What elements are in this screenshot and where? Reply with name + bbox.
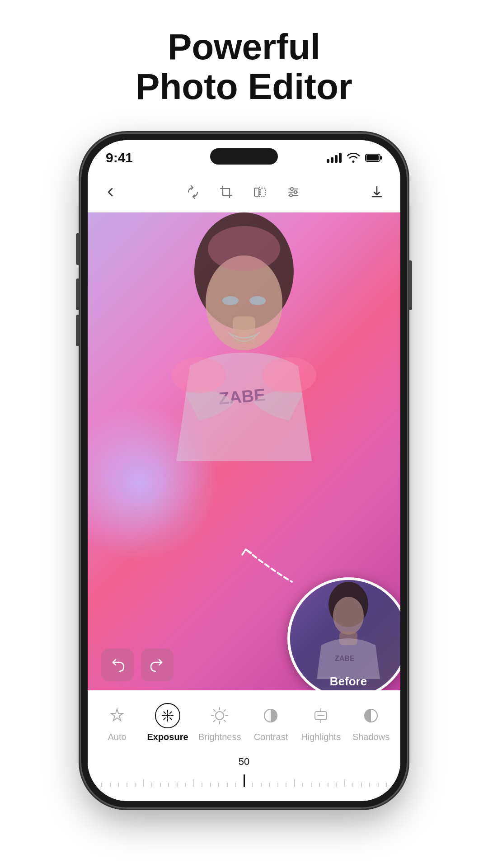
battery-icon xyxy=(365,153,382,162)
flip-button[interactable] xyxy=(253,185,267,199)
slider-value: 50 xyxy=(101,756,387,768)
redo-button[interactable] xyxy=(141,649,174,681)
tool-auto-label: Auto xyxy=(108,732,126,742)
svg-rect-4 xyxy=(261,188,265,196)
tool-exposure-label: Exposure xyxy=(147,732,188,742)
download-button[interactable] xyxy=(370,185,384,199)
svg-point-9 xyxy=(291,188,293,190)
slider-area: 50 xyxy=(88,751,400,797)
svg-text:ZABE: ZABE xyxy=(335,655,355,662)
tool-shadows[interactable]: Shadows xyxy=(346,698,396,747)
photo-area: ZABE xyxy=(88,212,400,690)
toolbar-right xyxy=(370,185,384,199)
slider-ticks xyxy=(101,774,387,787)
page-title: Powerful Photo Editor xyxy=(136,27,352,107)
svg-point-35 xyxy=(216,712,224,720)
tool-highlights[interactable]: Highlights xyxy=(296,698,346,747)
tool-shadows-label: Shadows xyxy=(352,732,389,742)
wifi-icon xyxy=(347,153,360,163)
svg-line-32 xyxy=(164,718,166,720)
tool-exposure[interactable]: Exposure xyxy=(142,698,193,747)
svg-line-41 xyxy=(224,720,226,722)
tool-auto[interactable]: Auto xyxy=(92,698,142,747)
tool-highlights-label: Highlights xyxy=(301,732,341,742)
tool-contrast-label: Contrast xyxy=(254,732,288,742)
dynamic-island xyxy=(210,148,278,165)
svg-point-10 xyxy=(294,191,297,193)
svg-point-19 xyxy=(172,357,226,393)
tool-brightness-label: Brightness xyxy=(198,732,241,742)
svg-line-42 xyxy=(224,710,226,712)
toolbar xyxy=(88,172,400,212)
before-label: Before xyxy=(330,675,367,689)
rotate-button[interactable] xyxy=(186,185,200,199)
filter-button[interactable] xyxy=(286,185,300,199)
edit-panel: Auto xyxy=(88,690,400,801)
status-time: 9:41 xyxy=(106,150,133,165)
svg-line-29 xyxy=(164,712,166,714)
svg-rect-2 xyxy=(366,155,379,160)
svg-line-43 xyxy=(214,720,216,722)
undo-button[interactable] xyxy=(101,649,134,681)
svg-point-22 xyxy=(333,597,364,635)
signal-icon xyxy=(327,153,342,163)
svg-point-15 xyxy=(222,296,239,305)
phone-mockup: 9:41 xyxy=(81,134,407,821)
back-button[interactable] xyxy=(104,186,117,198)
slider-track[interactable] xyxy=(101,771,387,789)
toolbar-center xyxy=(186,185,300,199)
svg-point-11 xyxy=(290,194,292,197)
toolbar-left xyxy=(104,186,117,198)
phone-screen: 9:41 xyxy=(88,140,400,801)
phone-frame: 9:41 xyxy=(81,134,407,807)
edit-tools-row: Auto xyxy=(88,690,400,751)
photo-background: ZABE xyxy=(88,212,400,690)
tool-contrast[interactable]: Contrast xyxy=(246,698,296,747)
undo-redo-group xyxy=(101,649,174,681)
svg-line-30 xyxy=(170,718,172,720)
crop-button[interactable] xyxy=(220,185,233,199)
svg-point-20 xyxy=(262,357,316,393)
svg-rect-1 xyxy=(380,156,382,160)
before-comparison[interactable]: ZABE Before xyxy=(287,577,400,690)
svg-line-31 xyxy=(170,712,172,714)
exposure-icon xyxy=(155,703,180,728)
svg-point-16 xyxy=(249,296,266,305)
tool-brightness[interactable]: Brightness xyxy=(193,698,246,747)
status-icons xyxy=(327,153,382,163)
svg-line-40 xyxy=(214,710,216,712)
svg-point-18 xyxy=(208,226,280,271)
svg-rect-3 xyxy=(254,188,259,196)
